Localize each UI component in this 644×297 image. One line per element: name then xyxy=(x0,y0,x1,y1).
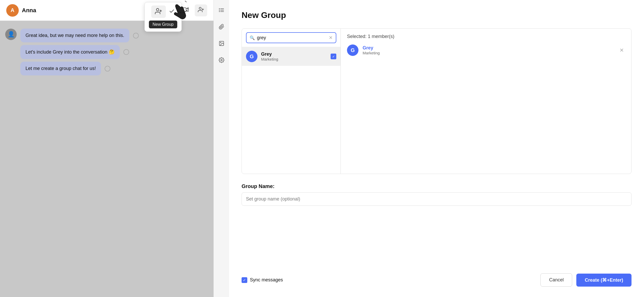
search-input[interactable] xyxy=(257,35,327,41)
selected-member-avatar: G xyxy=(347,44,358,56)
selected-panel: Selected: 1 member(s) G Grey Marketing ✕ xyxy=(341,29,631,174)
modal-title: New Group xyxy=(242,10,632,20)
right-sidebar xyxy=(213,0,229,297)
bubble-row-1: Great idea, but we may need more help on… xyxy=(20,29,139,42)
bubble-row-3: Let me create a group chat for us! xyxy=(20,62,139,75)
modal-body: 🔍 ✕ G Grey Marketing ✓ Selected: 1 membe… xyxy=(242,28,632,174)
chat-header: A Anna xyxy=(0,0,213,21)
svg-point-2 xyxy=(199,7,201,9)
list-icon[interactable] xyxy=(217,5,226,17)
messages-stack: Great idea, but we may need more help on… xyxy=(20,29,139,75)
reaction-dot-1[interactable] xyxy=(133,33,139,38)
member-avatar: G xyxy=(246,51,257,62)
search-box: 🔍 ✕ xyxy=(246,32,336,43)
message-bubble-1: Great idea, but we may need more help on… xyxy=(20,29,129,42)
selected-member-item: G Grey Marketing ✕ xyxy=(347,44,625,56)
member-list-item[interactable]: G Grey Marketing ✓ xyxy=(242,47,340,66)
sync-check: ✓ Sync messages xyxy=(242,277,283,283)
tooltip-label: New Group xyxy=(149,21,177,28)
member-dept: Marketing xyxy=(261,57,327,61)
add-group-icon[interactable] xyxy=(195,4,207,16)
svg-point-17 xyxy=(221,59,222,61)
bubble-row-2: Let's include Grey into the conversation… xyxy=(20,45,139,59)
member-name: Grey xyxy=(261,51,327,57)
svg-point-5 xyxy=(156,9,159,11)
group-name-input[interactable] xyxy=(242,192,632,206)
member-info: Grey Marketing xyxy=(261,51,327,61)
chat-panel: A Anna xyxy=(0,0,213,297)
new-group-modal: New Group 🔍 ✕ G Grey Marketing ✓ xyxy=(229,0,644,297)
members-search-panel: 🔍 ✕ G Grey Marketing ✓ xyxy=(242,29,341,174)
selected-header: Selected: 1 member(s) xyxy=(347,34,625,39)
svg-point-13 xyxy=(219,10,219,10)
modal-footer: ✓ Sync messages Cancel Create (⌘+Enter) xyxy=(242,273,632,287)
message-bubble-3: Let me create a group chat for us! xyxy=(20,62,101,75)
reaction-dot-3[interactable] xyxy=(105,66,110,72)
sender-avatar: 👤 xyxy=(5,29,17,40)
svg-point-14 xyxy=(219,11,219,12)
message-row-1: 👤 Great idea, but we may need more help … xyxy=(5,29,208,75)
search-icon: 🔍 xyxy=(250,35,255,40)
cancel-button[interactable]: Cancel xyxy=(540,273,572,287)
svg-point-12 xyxy=(219,9,219,9)
settings-icon[interactable] xyxy=(217,55,226,67)
reaction-dot-2[interactable] xyxy=(123,49,129,55)
chat-messages: 👤 Great idea, but we may need more help … xyxy=(0,21,213,297)
clear-search-icon[interactable]: ✕ xyxy=(329,35,333,41)
remove-member-button[interactable]: ✕ xyxy=(618,46,625,54)
pin-icon[interactable] xyxy=(217,22,226,33)
contact-avatar: A xyxy=(6,4,19,17)
svg-point-16 xyxy=(220,42,221,43)
group-name-label: Group Name: xyxy=(242,183,632,189)
message-bubble-2: Let's include Grey into the conversation… xyxy=(20,45,120,59)
selected-member-name: Grey xyxy=(363,45,614,51)
create-button[interactable]: Create (⌘+Enter) xyxy=(576,274,632,287)
sync-checkbox[interactable]: ✓ xyxy=(242,277,247,283)
image-icon[interactable] xyxy=(217,38,226,50)
sync-label: Sync messages xyxy=(250,277,283,283)
search-box-wrap: 🔍 ✕ xyxy=(242,29,340,47)
selected-member-dept: Marketing xyxy=(363,51,614,55)
selected-member-info: Grey Marketing xyxy=(363,45,614,55)
group-name-section: Group Name: xyxy=(242,183,632,206)
member-checkbox[interactable]: ✓ xyxy=(331,54,336,59)
